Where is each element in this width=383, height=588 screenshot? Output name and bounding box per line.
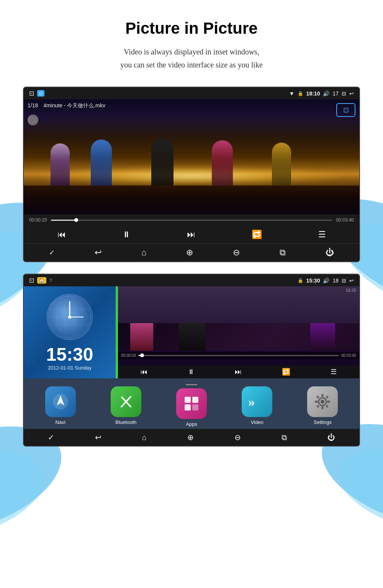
- page-subtitle: Video is always displayed in inset windo…: [23, 45, 360, 71]
- controls-row-2: ✓ ↩ ⌂ ⊕ ⊖ ⧉ ⏻: [24, 243, 359, 261]
- svg-rect-27: [321, 394, 324, 397]
- svg-rect-29: [315, 401, 318, 403]
- pip-timestamp: 18:25: [345, 288, 356, 292]
- pip-time-total: 00:03:40: [341, 353, 356, 358]
- pause-button[interactable]: ⏸: [122, 230, 131, 240]
- home-screen-content: 15:30 2012-01-01 Sunday: [24, 286, 359, 378]
- bottom-check[interactable]: ✓: [48, 433, 54, 442]
- bluetooth-icon[interactable]: [111, 386, 141, 417]
- bottom-nav-2: ✓ ↩ ⌂ ⊕ ⊖ ⧉ ⏻: [24, 429, 359, 446]
- home-screen-container: ⊡ 🏠 ? 🔒 15:30 🔊 18 ⊟ ↩: [23, 274, 360, 447]
- back-icon-1: ↩: [349, 90, 354, 97]
- app-settings[interactable]: Settings: [307, 386, 338, 425]
- bottom-minus[interactable]: ⊖: [234, 433, 241, 442]
- bottom-plus[interactable]: ⊕: [187, 433, 194, 442]
- check-button[interactable]: ✓: [49, 248, 55, 257]
- svg-text:»: »: [248, 394, 255, 409]
- home-icon-2: ⊡: [29, 277, 34, 284]
- home-button[interactable]: ⌂: [141, 248, 146, 258]
- svg-rect-32: [326, 395, 329, 398]
- video-info: 1/18 4minute - 今天做什么.mkv: [28, 102, 105, 109]
- pip-next-btn[interactable]: ⏭: [235, 368, 242, 376]
- plus-button[interactable]: ⊕: [186, 248, 193, 258]
- svg-point-16: [68, 315, 71, 319]
- bottom-copy[interactable]: ⧉: [282, 433, 287, 442]
- page-title: Picture in Picture: [23, 19, 360, 38]
- clock-time: 15:30: [46, 344, 93, 365]
- time-total: 00:03:40: [336, 217, 354, 223]
- bottom-power[interactable]: ⏻: [327, 433, 335, 442]
- undo-button[interactable]: ↩: [95, 248, 101, 258]
- circle-button-1[interactable]: [28, 115, 38, 125]
- pip-repeat-btn[interactable]: 🔁: [282, 368, 290, 376]
- minus-button[interactable]: ⊖: [233, 248, 240, 258]
- bottom-undo[interactable]: ↩: [95, 433, 101, 442]
- settings-icon[interactable]: [307, 386, 338, 417]
- svg-rect-31: [316, 395, 319, 398]
- app-apps[interactable]: Apps: [176, 384, 207, 427]
- pip-toggle-button[interactable]: ⊡: [336, 103, 355, 117]
- app-navi[interactable]: Navi: [45, 386, 76, 425]
- home-icon-1: ⊡: [29, 90, 34, 97]
- apps-icon[interactable]: [176, 388, 207, 419]
- window-icon-2: ⊟: [342, 278, 346, 284]
- pip-pause-btn[interactable]: ⏸: [188, 368, 195, 376]
- house-icon-2: 🏠: [37, 277, 46, 284]
- controls-row-1: ⏮ ⏸ ⏭ 🔁 ☰: [24, 226, 359, 243]
- power-button[interactable]: ⏻: [326, 248, 334, 258]
- pip-time-current: 00:00:03: [121, 353, 136, 358]
- pip-progress-bar[interactable]: [138, 355, 339, 356]
- progress-thumb: [74, 218, 78, 222]
- progress-fill: [51, 220, 76, 221]
- pip-list-btn[interactable]: ☰: [331, 368, 337, 376]
- pip-video-panel[interactable]: 18:25 00:00:03 00:03:40 ⏮ ⏸ ⏭ 🔁 ☰: [118, 286, 359, 378]
- time-display-2: 15:30: [306, 278, 320, 284]
- video-icon[interactable]: »: [242, 386, 272, 417]
- lock-icon-2: 🔒: [298, 278, 303, 283]
- video-player-screen: ⊡ ⊙ ▼ 🔒 18:10 🔊 17 ⊟ ↩: [23, 87, 360, 262]
- app-bluetooth[interactable]: Bluetooth: [111, 386, 141, 425]
- svg-rect-30: [327, 401, 330, 403]
- battery-display-1: 17: [332, 90, 339, 97]
- bluetooth-label: Bluetooth: [115, 419, 136, 425]
- svg-rect-33: [316, 404, 319, 407]
- status-bar-2: ⊡ 🏠 ? 🔒 15:30 🔊 18 ⊟ ↩: [24, 274, 359, 286]
- pip-controls: ⏮ ⏸ ⏭ 🔁 ☰: [118, 365, 359, 378]
- svg-rect-20: [185, 397, 191, 403]
- svg-rect-23: [192, 404, 198, 411]
- clock-date: 2012-01-01 Sunday: [48, 365, 92, 371]
- repeat-button[interactable]: 🔁: [252, 230, 262, 240]
- progress-bar[interactable]: [51, 220, 332, 221]
- settings-label: Settings: [314, 419, 332, 425]
- pip-progress-area[interactable]: 00:00:03 00:03:40: [118, 352, 359, 359]
- wifi-icon-1: ▼: [289, 90, 295, 97]
- lock-icon-1: 🔒: [298, 91, 303, 96]
- copy-button[interactable]: ⧉: [280, 248, 286, 258]
- pip-progress-fill: [138, 355, 142, 356]
- window-icon-1: ⊟: [342, 90, 346, 97]
- prev-button[interactable]: ⏮: [57, 230, 66, 240]
- time-display-1: 18:10: [306, 90, 320, 97]
- svg-rect-34: [326, 404, 329, 407]
- navi-icon[interactable]: [45, 386, 76, 417]
- volume-icon-1: 🔊: [323, 90, 329, 97]
- video-label: Video: [251, 419, 264, 425]
- app-icons-row: Navi Bluetooth: [24, 378, 359, 429]
- playlist-button[interactable]: ☰: [318, 230, 326, 240]
- svg-point-26: [321, 400, 324, 404]
- volume-icon-2: 🔊: [323, 278, 329, 284]
- bottom-home[interactable]: ⌂: [142, 433, 147, 442]
- battery-display-2: 18: [332, 278, 339, 284]
- clock-face: [47, 294, 93, 340]
- svg-rect-22: [185, 404, 191, 411]
- settings-icon-1: ⊙: [37, 90, 44, 97]
- video-area[interactable]: 1/18 4minute - 今天做什么.mkv ⊡: [24, 99, 359, 214]
- clock-panel: 15:30 2012-01-01 Sunday: [24, 286, 116, 378]
- apps-label: Apps: [186, 421, 197, 427]
- next-button[interactable]: ⏭: [187, 230, 195, 240]
- app-video[interactable]: » Video: [242, 386, 272, 425]
- progress-bar-area[interactable]: 00:00:20 00:03:40: [24, 214, 359, 226]
- back-icon-2: ↩: [349, 278, 354, 284]
- pip-prev-btn[interactable]: ⏮: [141, 368, 147, 376]
- time-current: 00:00:20: [29, 217, 47, 223]
